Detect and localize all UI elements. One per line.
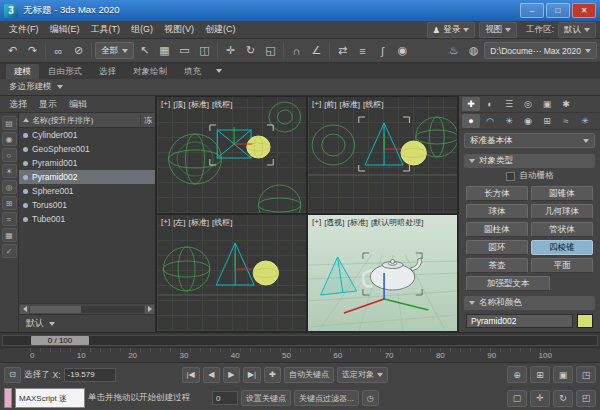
set-key-mode-button[interactable]: 设置关键点 [241,390,291,406]
move-icon[interactable]: ✛ [221,41,240,61]
filter-cameras-icon[interactable]: ◎ [2,180,17,194]
filter-geometry-icon[interactable]: ◉ [2,132,17,146]
window-crossing-icon[interactable]: ◫ [195,41,214,61]
track-bar[interactable]: 0 10 20 30 40 50 60 70 80 90 100 [0,347,600,362]
tube-button[interactable]: 管状体 [531,222,593,237]
time-slider-track[interactable]: 0 / 100 [2,335,598,346]
project-folder-dropdown[interactable]: D:\Docume⋯ Max 2020 [484,42,597,59]
explorer-menu-edit[interactable]: 编辑 [69,98,87,111]
filter-lights-icon[interactable]: ☀ [2,164,17,178]
zoom-extents-icon[interactable]: ▣ [553,366,573,383]
shapes-category-icon[interactable]: ◠ [481,114,499,128]
filter-groups-icon[interactable]: ▦ [2,228,17,242]
auto-key-button[interactable]: 自动关键点 [284,367,334,383]
selection-filter-dropdown[interactable]: 全部 [95,42,134,59]
object-color-swatch[interactable] [577,314,593,328]
cylinder-button[interactable]: 圆柱体 [466,222,528,237]
helpers-category-icon[interactable]: ⊞ [538,114,556,128]
list-item[interactable]: GeoSphere001 [19,142,155,156]
ribbon-tab-selection[interactable]: 选择 [91,64,124,79]
app-logo-icon[interactable]: 3 [4,4,18,18]
viewport-style-label[interactable]: [线框] [212,217,232,228]
viewport-top[interactable]: [+] [顶] [标准] [线框] [157,97,306,213]
link-icon[interactable]: ∞ [49,41,68,61]
menu-file[interactable]: 文件(F) [4,21,44,38]
utilities-tab[interactable]: ✱ [557,97,575,111]
viewport-menu-button[interactable]: [+] [312,217,321,228]
list-item[interactable]: Sphere001 [19,184,155,198]
scale-icon[interactable]: ◱ [261,41,280,61]
ribbon-tab-object-paint[interactable]: 对象绘制 [125,64,175,79]
snap-toggle-icon[interactable]: ∩ [287,41,306,61]
geometry-category-icon[interactable]: ● [462,114,480,128]
filter-helpers-icon[interactable]: ⊞ [2,196,17,210]
maximize-viewport-icon[interactable]: ◰ [576,390,596,407]
menu-group[interactable]: 组(G) [126,21,158,38]
motion-tab[interactable]: ◎ [519,97,537,111]
viewport-style-label[interactable]: [默认明暗处理] [371,217,423,228]
geometry-type-dropdown[interactable]: 标准基本体 [464,133,595,148]
viewport-shading-label[interactable]: [标准] [348,217,368,228]
zoom-all-icon[interactable]: ⊞ [530,366,550,383]
torus-button[interactable]: 圆环 [466,240,528,255]
viewport-pov-label[interactable]: [前] [324,99,336,110]
display-tab[interactable]: ▣ [538,97,556,111]
hierarchy-tab[interactable]: ☰ [500,97,518,111]
field-of-view-icon[interactable]: ▢ [507,390,527,407]
render-frame-icon[interactable]: ◍ [464,41,483,61]
menu-edit[interactable]: 编辑(E) [45,21,85,38]
pan-icon[interactable]: ✛ [530,390,550,407]
zoom-icon[interactable]: ⊕ [507,366,527,383]
selected-filter-dropdown[interactable]: 选定对象 [337,367,388,383]
viewport-style-label[interactable]: [线框] [363,99,383,110]
selection-lock-icon[interactable]: ⊡ [4,367,21,383]
rectangular-region-icon[interactable]: ▭ [175,41,194,61]
mirror-icon[interactable]: ⇄ [333,41,352,61]
list-item[interactable]: Pyramid001 [19,156,155,170]
spacewarps-category-icon[interactable]: ≈ [557,114,575,128]
geosphere-button[interactable]: 几何球体 [531,204,593,219]
horizontal-scrollbar[interactable] [19,303,155,314]
align-icon[interactable]: ≡ [353,41,372,61]
view-dropdown[interactable]: 视图 [479,22,517,38]
zoom-extents-all-icon[interactable]: ◳ [576,366,596,383]
viewport-left[interactable]: [+] [左] [标准] [线框] [157,215,306,331]
pyramid-button[interactable]: 四棱锥 [531,240,593,255]
explorer-menu-display[interactable]: 显示 [39,98,57,111]
maxscript-mini-listener[interactable]: MAXScript 迷 [15,388,85,408]
time-slider-handle[interactable]: 0 / 100 [31,336,89,345]
viewport-front[interactable]: [+] [前] [标准] [线框] [308,97,457,213]
ribbon-tab-freeform[interactable]: 自由形式 [40,64,90,79]
menu-views[interactable]: 视图(V) [159,21,199,38]
viewport-shading-label[interactable]: [标准] [189,99,209,110]
list-item[interactable]: Tube001 [19,212,155,226]
viewport-menu-button[interactable]: [+] [161,99,170,110]
current-frame-field[interactable]: 0 [212,391,238,405]
sign-in-button[interactable]: ♟ 登录 [427,22,476,38]
name-color-rollout[interactable]: 名称和颜色 [464,296,595,310]
scrollbar-thumb[interactable] [30,306,81,313]
filter-spacewarps-icon[interactable]: ≈ [2,212,17,226]
workspace-dropdown[interactable]: 默认 [558,22,596,38]
plane-button[interactable]: 平面 [531,258,593,273]
filter-bones-icon[interactable]: ✓ [2,244,17,258]
list-item[interactable]: Torus001 [19,198,155,212]
cameras-category-icon[interactable]: ◉ [519,114,537,128]
curve-editor-icon[interactable]: ∫ [373,41,392,61]
viewport-pov-label[interactable]: [左] [173,217,185,228]
rotate-icon[interactable]: ↻ [241,41,260,61]
viewport-menu-button[interactable]: [+] [312,99,321,110]
select-object-icon[interactable]: ↖ [135,41,154,61]
ribbon-tab-populate[interactable]: 填充 [176,64,209,79]
viewport-pov-label[interactable]: [透视] [324,217,344,228]
select-by-name-icon[interactable]: ▦ [155,41,174,61]
ribbon-minimize-icon[interactable] [216,69,222,73]
minimize-button[interactable]: – [520,3,544,18]
orbit-icon[interactable]: ↻ [553,390,573,407]
angle-snap-icon[interactable]: ∠ [307,41,326,61]
polygon-modeling-panel[interactable]: 多边形建模 [9,81,52,93]
material-editor-icon[interactable]: ◉ [393,41,412,61]
teapot-button[interactable]: 茶壶 [466,258,528,273]
text-plus-button[interactable]: 加强型文本 [466,276,550,291]
menu-tools[interactable]: 工具(T) [86,21,126,38]
